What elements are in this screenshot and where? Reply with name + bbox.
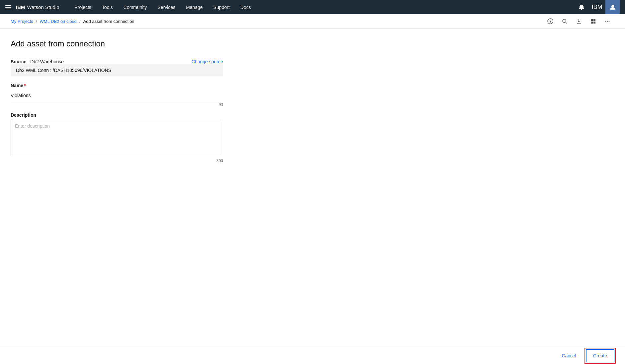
nav-item-manage[interactable]: Manage — [181, 0, 208, 14]
nav-item-docs[interactable]: Docs — [235, 0, 256, 14]
svg-rect-2 — [5, 9, 11, 9]
svg-point-16 — [608, 21, 609, 22]
brand-name: Watson Studio — [27, 4, 59, 10]
source-label-group: Source Db2 Warehouse — [11, 59, 64, 64]
source-value: Db2 Warehouse — [30, 59, 64, 64]
grid-icon[interactable] — [586, 14, 600, 29]
notification-icon[interactable] — [574, 0, 588, 14]
svg-point-5 — [550, 20, 551, 21]
cancel-button[interactable]: Cancel — [555, 349, 583, 362]
svg-rect-12 — [591, 22, 593, 24]
name-field-group: Name* 90 — [11, 83, 223, 107]
svg-point-3 — [611, 5, 614, 8]
svg-line-8 — [566, 22, 567, 24]
svg-rect-0 — [5, 5, 11, 6]
page-title: Add asset from connection — [11, 39, 614, 48]
breadcrumb-bar: My Projects / WML DB2 on cloud / Add ass… — [0, 14, 625, 29]
overflow-icon[interactable] — [600, 14, 614, 29]
svg-rect-10 — [591, 19, 593, 21]
svg-point-14 — [605, 21, 606, 22]
breadcrumb-my-projects[interactable]: My Projects — [11, 19, 33, 24]
description-field-group: Description 300 — [11, 112, 223, 163]
breadcrumb-wml-db2[interactable]: WML DB2 on cloud — [40, 19, 77, 24]
form-section: Source Db2 Warehouse Change source Db2 W… — [11, 59, 223, 163]
hamburger-menu[interactable] — [5, 4, 11, 10]
main-content: Add asset from connection Source Db2 War… — [0, 29, 625, 347]
breadcrumb-actions — [543, 14, 614, 29]
search-icon[interactable] — [557, 14, 572, 29]
nav-item-community[interactable]: Community — [118, 0, 152, 14]
svg-rect-13 — [593, 22, 595, 24]
breadcrumb-current: Add asset from connection — [83, 19, 134, 24]
user-label[interactable]: IBM — [590, 0, 604, 14]
nav-item-tools[interactable]: Tools — [97, 0, 118, 14]
description-textarea[interactable] — [11, 120, 223, 156]
brand-logo: IBM Watson Studio — [16, 4, 59, 10]
source-path-box: Db2 WML Conn : /DASH105696/VIOLATIONS — [11, 64, 223, 76]
nav-item-services[interactable]: Services — [152, 0, 181, 14]
name-input[interactable] — [11, 90, 223, 101]
create-button[interactable]: Create — [586, 349, 614, 362]
required-star: * — [24, 83, 26, 88]
nav-right-icons: IBM — [574, 0, 620, 14]
svg-rect-6 — [550, 21, 551, 23]
svg-point-7 — [563, 19, 566, 23]
nav-item-support[interactable]: Support — [208, 0, 235, 14]
download-icon[interactable] — [572, 14, 586, 29]
description-label: Description — [11, 112, 223, 118]
user-avatar[interactable] — [605, 0, 620, 14]
breadcrumb-sep-1: / — [36, 19, 37, 24]
svg-rect-11 — [593, 19, 595, 21]
svg-rect-1 — [5, 7, 11, 8]
name-label: Name* — [11, 83, 223, 88]
nav-menu: Projects Tools Community Services Manage… — [69, 0, 575, 14]
svg-point-15 — [607, 21, 608, 22]
change-source-link[interactable]: Change source — [192, 59, 223, 64]
svg-rect-9 — [577, 23, 581, 24]
description-char-count: 300 — [11, 158, 223, 163]
nav-item-projects[interactable]: Projects — [69, 0, 97, 14]
top-nav: IBM Watson Studio Projects Tools Communi… — [0, 0, 625, 14]
info-icon[interactable] — [543, 14, 557, 29]
page-footer: Cancel Create — [0, 347, 625, 364]
brand-ibm: IBM — [16, 4, 25, 10]
source-row: Source Db2 Warehouse Change source — [11, 59, 223, 64]
name-char-count: 90 — [11, 102, 223, 107]
breadcrumb-sep-2: / — [79, 19, 81, 24]
source-label: Source — [11, 59, 26, 64]
